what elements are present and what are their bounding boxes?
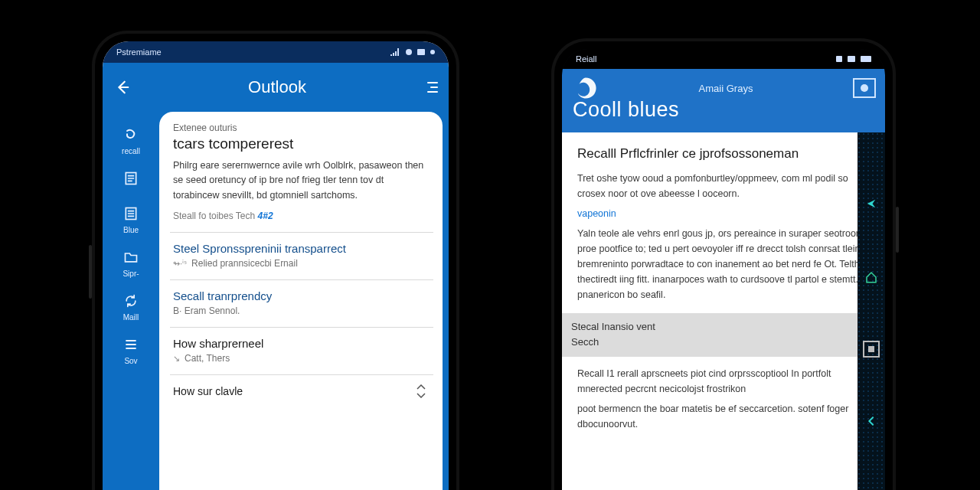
content-area: Recalll Prflcfrinler ce jprofsossoneman … [562,132,885,490]
folder-icon [120,248,142,266]
card-eyebrow: Extenee outuris [173,122,430,133]
home-button[interactable] [861,267,881,287]
rail-item-mail[interactable]: Maill [120,292,142,322]
screen-left: Pstremiame Outlook [103,41,449,490]
rail-label: recall [122,147,140,155]
rail-item-sipr[interactable]: Sipr- [120,248,142,278]
app-header: Amaii Grays Cooll blues [562,69,885,132]
status-dot-1 [406,49,412,55]
status-pill-2 [848,56,855,62]
profile-button[interactable] [853,78,876,98]
status-bar: Pstremiame [103,41,449,63]
paragraph-link[interactable]: vapeonin [577,206,871,221]
card-heading: tcars tcompererest [173,136,430,152]
sync-icon [120,292,142,310]
carrier-label: Reiall [576,54,597,64]
rail-item-blue[interactable]: Blue [120,204,142,234]
paragraph: Tret oshe tyow ooud a pomfonburtley/oppm… [577,171,871,201]
list-icon [120,335,142,354]
card-description: Philrg eare serernwernce avile wrh Oolbl… [173,158,430,203]
swirl-icon [120,126,142,144]
stop-button[interactable] [863,341,880,358]
content-card: Extenee outuris tcars tcompererest Philr… [159,112,443,490]
rail-label: Maill [123,313,139,322]
back-button[interactable] [107,72,138,103]
card-meta: Steall fo toibes Tech 4#2 [173,211,430,221]
list-item[interactable]: Secall tranrprendcy B· Eram Sennol. [173,289,430,316]
home-icon [864,270,878,284]
rail-label: Blue [123,226,139,234]
back-button[interactable] [861,411,881,431]
app-bar: Outlook [103,63,449,112]
document-lines-icon [120,169,142,188]
document-icon [120,204,142,223]
share-button[interactable] [861,194,881,214]
chevron-left-icon [865,415,877,427]
highlight-block: Stecal Inansio vent Secch [562,313,885,357]
back-arrow-icon [114,79,131,96]
notch [678,49,769,66]
phone-right: Reiall Amaii Grays Cooll blue [551,38,896,490]
action-strip [858,132,885,490]
sort-icon[interactable] [416,384,426,398]
list-subtitle: ↬·ⁱˢRelied prannsicecbi Ernail [173,258,430,269]
list-title: Steel Spronsspreninii transparrect [173,242,430,255]
header-subtitle: Amaii Grays [699,83,753,94]
signal-icon [390,48,400,56]
status-dot-2 [430,50,435,54]
paragraph: poot bermencn the boar matetis be ef sec… [577,401,871,432]
rail-label: Sov [124,357,137,365]
rail-item-doc[interactable] [120,169,142,191]
list-subtitle: B· Eram Sennol. [173,305,430,316]
side-rail: recall Blue Sipr- [103,112,159,490]
user-icon [859,83,870,93]
svg-point-2 [861,84,868,92]
page-title: Cooll blues [573,98,876,122]
list-item[interactable]: Steel Spronsspreninii transparrect ↬·ⁱˢR… [173,242,430,269]
article-title: Recalll Prflcfrinler ce jprofsossoneman [577,146,871,162]
list-subtitle: ↘Catt, Thers [173,353,430,364]
status-icons [390,48,435,56]
rail-label: Sipr- [122,270,139,278]
paragraph: Recall I1 rerall aprscneets piot cind or… [577,366,871,397]
battery-icon [417,49,425,55]
volume-button[interactable] [89,245,92,299]
highlight-line: Secch [571,335,876,350]
article: Recalll Prflcfrinler ce jprofsossoneman … [562,132,885,432]
app-title: Outlook [248,77,306,97]
menu-button[interactable] [416,77,438,98]
list-title: Secall tranrprendcy [173,289,430,302]
status-pill-1 [836,56,842,62]
list-title: How sur clavle [173,385,243,397]
logo-icon [573,75,599,101]
list-item[interactable]: How sur clavle [173,384,430,398]
rail-item-recall[interactable]: recall [120,126,142,155]
highlight-line: Stecal Inansio vent [571,319,876,335]
list-item[interactable]: How sharprerneel ↘Catt, Thers [173,337,430,364]
share-icon [864,197,878,211]
battery-icon [861,56,871,62]
power-button[interactable] [896,207,899,253]
list-title: How sharprerneel [173,337,430,350]
rail-item-sov[interactable]: Sov [120,335,142,365]
status-icons [836,56,871,62]
paragraph: Yaln teole ale vehrs enrl gous jp, ors p… [577,226,871,302]
phone-left: Pstremiame Outlook [92,31,459,490]
screen-right: Reiall Amaii Grays Cooll blue [562,49,885,490]
carrier-label: Pstremiame [116,47,162,57]
divider [170,232,433,233]
